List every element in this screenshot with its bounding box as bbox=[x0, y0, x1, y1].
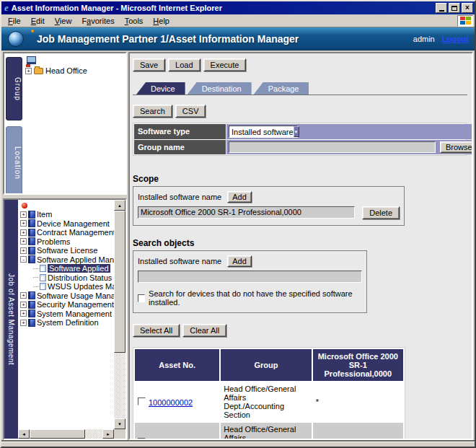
load-button[interactable]: Load bbox=[168, 58, 200, 71]
horizontal-scrollbar[interactable]: ◄ ► bbox=[18, 429, 114, 439]
scroll-up-icon[interactable]: ▲ bbox=[114, 200, 125, 211]
search-objects-heading: Search objects bbox=[133, 238, 467, 248]
tab-device[interactable]: Device bbox=[136, 82, 185, 95]
user-area: admin Logout bbox=[413, 35, 469, 43]
scope-add-button[interactable]: Add bbox=[227, 191, 252, 203]
expand-icon[interactable]: + bbox=[20, 302, 27, 308]
minimize-icon bbox=[439, 10, 444, 12]
computer-root-icon bbox=[27, 56, 36, 64]
window-bottom-edge bbox=[1, 442, 475, 447]
expand-icon[interactable]: + bbox=[20, 292, 27, 299]
tree-item-wsus-updates[interactable]: WSUS Updates Mar bbox=[33, 282, 125, 291]
document-icon bbox=[40, 274, 46, 281]
book-icon bbox=[28, 291, 35, 299]
tree-item-software-applied-management[interactable]: - Software Applied Mana bbox=[20, 255, 125, 264]
asset-cell: 1000000002 bbox=[135, 382, 219, 421]
scroll-right-icon[interactable]: ► bbox=[102, 429, 114, 439]
results-header-row: Asset No. Group Microsoft Office 2000 SR… bbox=[135, 349, 403, 381]
scope-box: Installed software name Add Microsoft Of… bbox=[133, 186, 405, 226]
minimize-button[interactable] bbox=[436, 3, 447, 13]
row-checkbox[interactable] bbox=[138, 398, 146, 405]
row-checkbox[interactable] bbox=[138, 438, 146, 441]
tree-item-system-management[interactable]: + System Management bbox=[20, 309, 125, 318]
software-type-select[interactable]: Installed software ▼ bbox=[229, 126, 298, 138]
tree-item-distribution-status[interactable]: Distribution Status bbox=[33, 273, 125, 282]
menu-file[interactable]: File bbox=[3, 15, 26, 27]
clear-all-button[interactable]: Clear All bbox=[182, 324, 226, 337]
expand-icon[interactable]: + bbox=[20, 229, 27, 236]
expand-icon[interactable]: + bbox=[20, 320, 27, 326]
folder-icon bbox=[34, 68, 43, 74]
search-objects-add-button[interactable]: Add bbox=[227, 255, 252, 267]
tree-item-head-office[interactable]: + Head Office bbox=[25, 66, 124, 76]
job-tree: + Item + Device Management + Contract Ma… bbox=[18, 200, 125, 439]
selection-button-row: Select All Clear All bbox=[133, 324, 467, 337]
expand-icon[interactable]: + bbox=[20, 238, 27, 245]
close-button[interactable]: × bbox=[462, 3, 473, 13]
tree-connector bbox=[33, 268, 38, 269]
vertical-scrollbar[interactable]: ▲ ▼ bbox=[114, 200, 125, 429]
tree-item-software-applied[interactable]: Software Applied bbox=[33, 264, 125, 273]
vertical-scroll-thumb[interactable] bbox=[114, 211, 125, 353]
ie-app-icon: e bbox=[4, 2, 9, 14]
logout-link[interactable]: Logout bbox=[442, 35, 469, 43]
view-tab-column: Group Location bbox=[4, 53, 24, 193]
asset-link[interactable]: 1000000006 bbox=[149, 439, 193, 441]
root-node-icon bbox=[22, 203, 27, 208]
collapse-icon[interactable]: - bbox=[20, 256, 27, 263]
window-title: Asset Information Manager - Microsoft In… bbox=[12, 4, 434, 12]
tree-item-contract-management[interactable]: + Contract Management bbox=[20, 228, 125, 237]
search-objects-software-list[interactable] bbox=[138, 271, 362, 283]
tab-destination[interactable]: Destination bbox=[188, 82, 252, 95]
action-button-row: Save Load Execute bbox=[133, 58, 467, 71]
save-button[interactable]: Save bbox=[133, 58, 165, 71]
tree-item-software-usage-management[interactable]: + Software Usage Manag bbox=[20, 291, 125, 300]
tree-item-label[interactable]: Head Office bbox=[45, 66, 87, 75]
table-row: 1000000006 Head Office/General Affairs D… bbox=[135, 423, 403, 440]
asset-link[interactable]: 1000000002 bbox=[149, 398, 193, 407]
dropdown-arrow-icon[interactable]: ▼ bbox=[294, 126, 299, 137]
tab-package[interactable]: Package bbox=[254, 82, 309, 95]
tree-item-item[interactable]: + Item bbox=[20, 210, 125, 219]
exclude-devices-checkbox[interactable] bbox=[138, 294, 145, 302]
tree-item-device-management[interactable]: + Device Management bbox=[20, 219, 125, 228]
tree-item-system-definition[interactable]: + System Definition bbox=[20, 318, 125, 327]
scope-delete-button[interactable]: Delete bbox=[362, 206, 400, 219]
software-type-label: Software type bbox=[134, 124, 226, 139]
expand-icon[interactable]: + bbox=[20, 247, 27, 254]
asset-cell: 1000000006 bbox=[135, 423, 219, 440]
menu-tools[interactable]: Tools bbox=[120, 15, 149, 27]
scroll-left-icon[interactable]: ◄ bbox=[18, 429, 30, 439]
expand-icon[interactable]: + bbox=[20, 310, 27, 317]
menu-help[interactable]: Help bbox=[148, 15, 175, 27]
tree-item-software-license[interactable]: + Software License bbox=[20, 246, 125, 255]
expand-icon[interactable]: + bbox=[20, 220, 27, 227]
menu-view[interactable]: View bbox=[50, 15, 77, 27]
search-button[interactable]: Search bbox=[133, 105, 172, 118]
tree-item-problems[interactable]: + Problems bbox=[20, 237, 125, 246]
scrollbar-corner bbox=[114, 429, 125, 439]
scope-software-list[interactable]: Microsoft Office 2000 SR-1 Professional,… bbox=[138, 206, 355, 219]
csv-button[interactable]: CSV bbox=[175, 105, 206, 118]
scroll-down-icon[interactable]: ▼ bbox=[114, 418, 125, 429]
select-all-button[interactable]: Select All bbox=[133, 324, 180, 337]
title-bar: e Asset Information Manager - Microsoft … bbox=[1, 1, 475, 14]
exclude-devices-label: Search for devices that do not have the … bbox=[149, 289, 362, 307]
column-software: Microsoft Office 2000 SR-1 Professional,… bbox=[313, 349, 403, 381]
browse-button[interactable]: Browse bbox=[440, 141, 473, 153]
expand-icon[interactable]: + bbox=[20, 211, 27, 218]
expand-icon[interactable]: + bbox=[25, 68, 32, 74]
menu-edit[interactable]: Edit bbox=[26, 15, 50, 27]
execute-button[interactable]: Execute bbox=[203, 58, 247, 71]
group-name-cell: Browse bbox=[226, 140, 473, 154]
tab-group[interactable]: Group bbox=[6, 57, 22, 120]
group-name-input[interactable] bbox=[229, 141, 436, 153]
maximize-button[interactable] bbox=[449, 3, 460, 13]
horizontal-scroll-thumb[interactable] bbox=[30, 429, 85, 439]
tree-item-security-management[interactable]: + Security Management bbox=[20, 300, 125, 309]
menu-favorites[interactable]: Favorites bbox=[76, 15, 119, 27]
scroll-track[interactable] bbox=[85, 429, 102, 439]
document-icon bbox=[40, 283, 46, 290]
software-type-value: Installed software bbox=[229, 128, 294, 136]
tab-location[interactable]: Location bbox=[6, 126, 22, 195]
